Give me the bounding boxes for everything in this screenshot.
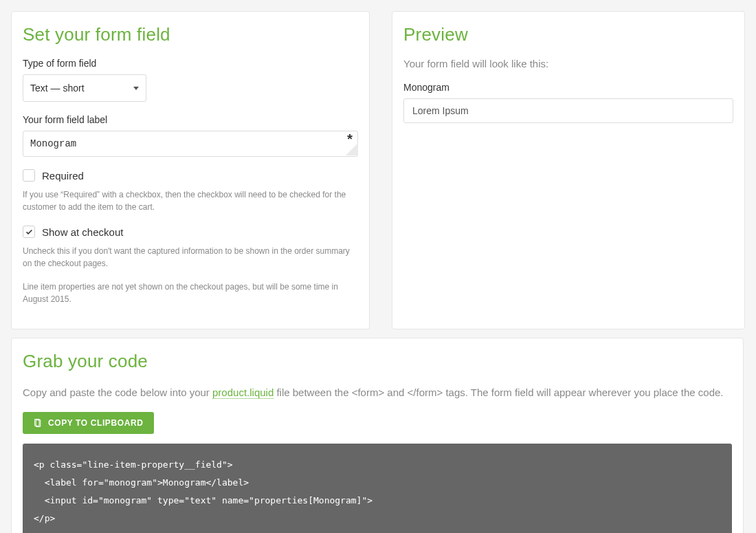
show-checkout-label: Show at checkout	[42, 226, 123, 238]
preview-title: Preview	[403, 24, 733, 45]
required-label: Required	[42, 170, 84, 182]
check-icon	[25, 228, 34, 237]
product-liquid-link[interactable]: product.liquid	[212, 387, 274, 399]
settings-title: Set your form field	[23, 24, 358, 45]
preview-field-label: Monogram	[403, 82, 733, 93]
type-label: Type of form field	[23, 58, 358, 69]
clipboard-icon	[34, 419, 43, 428]
required-checkbox[interactable]	[23, 169, 35, 182]
show-checkout-help: Uncheck this if you don't want the captu…	[23, 245, 358, 270]
type-select-value: Text — short	[30, 83, 85, 94]
chevron-down-icon	[133, 87, 139, 90]
copy-button-label: COPY TO CLIPBOARD	[48, 418, 143, 428]
code-title: Grab your code	[23, 351, 732, 372]
preview-subtitle: Your form field will look like this:	[403, 58, 733, 69]
code-snippet[interactable]: <p class="line-item-property__field"> <l…	[23, 444, 732, 533]
type-select[interactable]: Text — short	[23, 74, 146, 102]
show-checkout-checkbox[interactable]	[23, 226, 35, 238]
preview-card: Preview Your form field will look like t…	[392, 11, 745, 329]
checkout-note: Line item properties are not yet shown o…	[23, 281, 358, 305]
preview-input[interactable]	[403, 98, 733, 123]
field-label-label: Your form field label	[23, 114, 358, 125]
field-label-input[interactable]	[23, 131, 358, 157]
form-field-settings-card: Set your form field Type of form field T…	[11, 11, 370, 329]
required-help: If you use “Required” with a checkbox, t…	[23, 188, 358, 213]
code-card: Grab your code Copy and paste the code b…	[11, 338, 744, 533]
copy-to-clipboard-button[interactable]: COPY TO CLIPBOARD	[23, 412, 154, 434]
code-description: Copy and paste the code below into your …	[23, 384, 732, 401]
